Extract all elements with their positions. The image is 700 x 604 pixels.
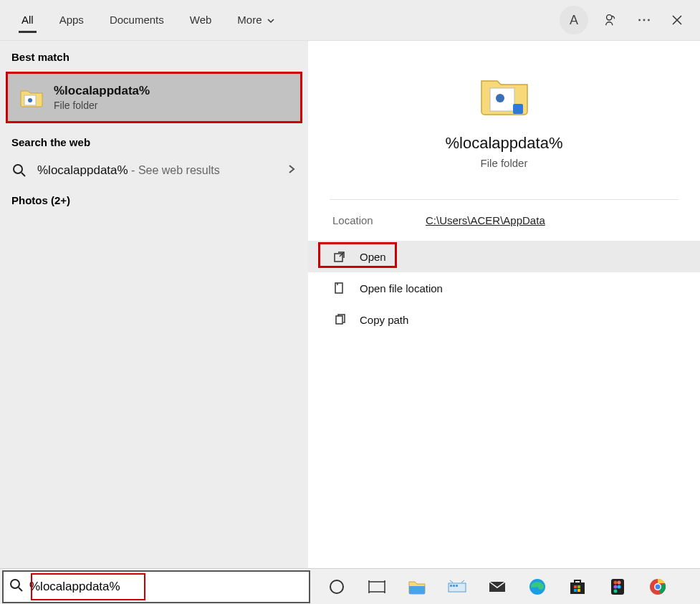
svg-rect-26 — [574, 589, 577, 592]
tab-web[interactable]: Web — [177, 6, 225, 39]
chevron-right-icon — [287, 164, 297, 177]
top-right-controls: A — [560, 6, 691, 34]
copy-icon — [332, 312, 347, 327]
user-avatar[interactable]: A — [560, 6, 588, 34]
svg-rect-24 — [574, 585, 577, 588]
tab-documents[interactable]: Documents — [97, 6, 177, 39]
svg-point-5 — [28, 98, 32, 102]
best-match-subtitle: File folder — [54, 100, 150, 111]
details-header: %localappdata% File folder — [308, 41, 700, 186]
web-result-text: %localappdata% - See web results — [37, 163, 220, 178]
svg-rect-12 — [335, 283, 342, 293]
search-icon — [9, 578, 24, 595]
photos-header[interactable]: Photos (2+) — [0, 187, 308, 214]
search-main: Best match %localappdata% File folder Se… — [0, 41, 700, 568]
action-open-location-label: Open file location — [360, 282, 443, 294]
taskbar-search-box[interactable] — [2, 570, 310, 603]
web-result-row[interactable]: %localappdata% - See web results — [0, 154, 308, 187]
action-open-location[interactable]: Open file location — [308, 272, 700, 304]
close-button[interactable] — [667, 10, 687, 30]
microsoft-store-icon[interactable] — [567, 576, 588, 598]
best-match-title: %localappdata% — [54, 84, 150, 98]
svg-rect-13 — [336, 316, 342, 324]
details-pane: %localappdata% File folder Location C:\U… — [308, 41, 700, 568]
svg-rect-16 — [369, 582, 385, 592]
svg-rect-19 — [450, 585, 452, 587]
svg-point-1 — [638, 19, 641, 21]
cortana-icon[interactable] — [326, 576, 347, 598]
svg-point-14 — [11, 580, 19, 588]
figma-icon[interactable] — [607, 576, 628, 598]
best-match-header: Best match — [0, 41, 308, 69]
open-location-icon — [332, 281, 347, 295]
location-row: Location C:\Users\ACER\AppData — [308, 200, 700, 241]
tab-more-label: More — [237, 14, 262, 26]
mail-icon[interactable] — [486, 576, 508, 598]
svg-rect-20 — [453, 585, 455, 587]
tab-more[interactable]: More — [224, 6, 287, 39]
location-value[interactable]: C:\Users\ACER\AppData — [426, 214, 545, 226]
action-copy-path-label: Copy path — [360, 314, 408, 326]
svg-point-33 — [614, 589, 618, 593]
action-open-label: Open — [360, 251, 386, 263]
svg-point-0 — [607, 15, 612, 20]
location-label: Location — [332, 214, 426, 226]
taskbar-icons — [310, 576, 668, 598]
details-title: %localappdata% — [446, 134, 563, 153]
keyboard-icon[interactable] — [446, 576, 468, 598]
tab-apps[interactable]: Apps — [47, 6, 97, 39]
svg-point-3 — [648, 19, 650, 21]
svg-rect-21 — [456, 585, 458, 587]
svg-point-6 — [14, 165, 22, 173]
svg-rect-17 — [409, 586, 425, 594]
folder-icon — [19, 87, 44, 108]
web-result-suffix: - See web results — [128, 164, 220, 176]
action-open[interactable]: Open — [308, 241, 700, 272]
svg-rect-18 — [449, 583, 466, 592]
svg-rect-25 — [577, 585, 580, 588]
web-result-primary: %localappdata% — [37, 163, 128, 177]
folder-icon — [479, 69, 530, 121]
best-match-result[interactable]: %localappdata% File folder — [6, 72, 302, 123]
best-match-text: %localappdata% File folder — [54, 84, 150, 111]
svg-point-30 — [618, 580, 621, 584]
svg-point-15 — [330, 580, 343, 593]
results-column: Best match %localappdata% File folder Se… — [0, 41, 308, 568]
taskbar — [0, 568, 700, 604]
action-copy-path[interactable]: Copy path — [308, 304, 700, 335]
chrome-icon[interactable] — [647, 576, 668, 598]
chevron-down-icon — [267, 16, 275, 25]
svg-point-2 — [643, 19, 646, 21]
search-tabs-bar: All Apps Documents Web More A — [0, 0, 700, 41]
svg-point-31 — [614, 585, 618, 588]
svg-rect-9 — [497, 96, 503, 100]
svg-point-32 — [618, 585, 621, 588]
file-explorer-icon[interactable] — [406, 576, 428, 598]
search-web-header: Search the web — [0, 126, 308, 154]
open-icon — [332, 249, 347, 264]
details-subtitle: File folder — [481, 157, 528, 169]
feedback-icon[interactable] — [601, 10, 621, 30]
tab-all[interactable]: All — [9, 6, 47, 39]
search-icon — [11, 163, 27, 178]
svg-rect-10 — [513, 104, 523, 114]
search-tabs: All Apps Documents Web More — [9, 2, 288, 39]
svg-rect-27 — [577, 589, 580, 592]
task-view-icon[interactable] — [366, 576, 388, 598]
svg-point-29 — [614, 580, 618, 584]
svg-point-36 — [656, 584, 661, 589]
search-input[interactable] — [29, 572, 309, 602]
more-options-icon[interactable] — [634, 10, 654, 30]
edge-browser-icon[interactable] — [527, 576, 548, 598]
avatar-initial: A — [570, 13, 578, 28]
